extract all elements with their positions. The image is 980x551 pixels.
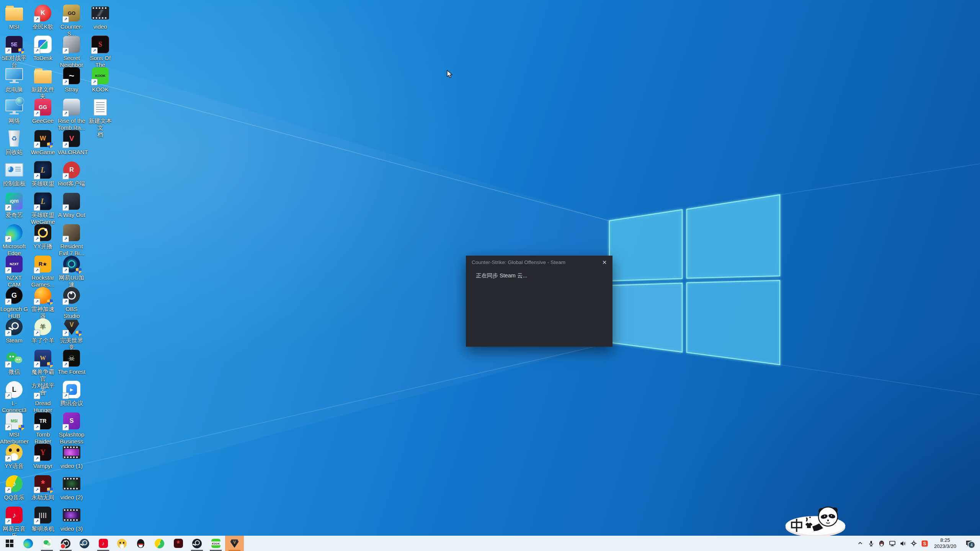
taskbar-button-steam-client[interactable]	[188, 536, 206, 551]
notification-center-button[interactable]: 4	[960, 536, 977, 551]
desktop-icon-resident-evil-7[interactable]: ↗Resident Evil 7 Bi...	[57, 223, 86, 257]
taskbar-button-qq-music[interactable]: ♪	[150, 536, 169, 551]
yang-le-ge-yang-icon: 羊↗	[34, 318, 52, 336]
desktop-icon-league-of-legends[interactable]: L↗英雄联盟	[29, 161, 57, 187]
taskbar-button-steam[interactable]	[75, 536, 94, 551]
taskbar-button-wechat[interactable]	[38, 536, 56, 551]
desktop-icon-netease-cloud-music[interactable]: ♪↗网易云音乐	[0, 506, 28, 539]
desktop-icon-control-panel[interactable]: 控制面板	[0, 161, 28, 187]
desktop-icon-this-pc[interactable]: 此电脑	[0, 67, 28, 93]
desktop-icon-new-text-document[interactable]: 新建文本文 档	[86, 98, 114, 138]
taskbar-button-perfect-world-arena[interactable]: V	[225, 536, 244, 551]
logitech-g-hub-icon: G↗	[5, 286, 23, 305]
wechat-icon	[42, 538, 52, 548]
desktop-icon-yy-voice[interactable]: ↗YY语音	[0, 443, 28, 469]
desktop-icon-the-forest[interactable]: ☠↗The Forest	[57, 349, 86, 375]
close-icon[interactable]: ✕	[600, 258, 609, 267]
desktop-icon-riot-client[interactable]: R↗Riot客户端	[57, 161, 86, 187]
desktop-icon-video-2[interactable]: video (2)	[57, 474, 86, 501]
desktop-icon-label: 黎明杀机	[29, 525, 57, 532]
qq-icon[interactable]	[876, 536, 887, 551]
sogou-ime-panda-widget[interactable]	[782, 504, 851, 537]
desktop-icon-geegee[interactable]: GG↗GeeGee	[29, 98, 57, 124]
sogou-icon[interactable]: S	[919, 536, 930, 551]
desktop-icon-quanmin-karaoke[interactable]: K↗全民K歌	[29, 4, 57, 30]
taskbar-button-obs-recording[interactable]	[56, 536, 75, 551]
shortcut-arrow-icon: ↗	[34, 236, 40, 242]
desktop-icon-kook[interactable]: KOOK↗KOOK	[86, 67, 114, 93]
desktop-icon-leishen-accelerator[interactable]: ↗雷神加速器	[29, 286, 57, 320]
desktop-icon-yang-le-ge-yang[interactable]: 羊↗羊了个羊	[29, 318, 57, 344]
desktop-icon-msi-folder[interactable]: MSI	[0, 4, 28, 30]
desktop-icon-nzxt-cam[interactable]: NZXT↗NZXT CAM	[0, 255, 28, 288]
desktop-icon-microsoft-edge[interactable]: ↗Microsoft Edge	[0, 223, 28, 257]
uac-shield-icon	[76, 268, 82, 274]
desktop-icon-a-way-out[interactable]: ↗A Way Out	[57, 192, 86, 218]
desktop-icon-rise-of-the-tomb-raider[interactable]: ↗Rise of the Tomb Ra...	[57, 98, 86, 131]
shortcut-arrow-icon: ↗	[34, 455, 40, 462]
taskbar-button-qq[interactable]	[131, 536, 150, 551]
hidden-icons-chevron-icon[interactable]	[855, 536, 866, 551]
shortcut-arrow-icon: ↗	[5, 361, 11, 368]
edge-icon	[23, 539, 33, 548]
desktop-icon-recycle-bin[interactable]: ♻回收站	[0, 129, 28, 156]
desktop-icon-iqiyi[interactable]: iQIYI↗爱奇艺	[0, 192, 28, 218]
taskbar-clock[interactable]: 8:25 2023/3/20	[930, 537, 960, 549]
start-button[interactable]	[0, 536, 19, 551]
desktop-icon-yy-live[interactable]: ↗YY开播	[29, 223, 57, 250]
perfect-world-icon: V	[230, 539, 239, 548]
desktop-icon-valorant[interactable]: V↗VALORANT	[57, 129, 86, 156]
netease-uu-icon: ↗	[62, 255, 81, 273]
desktop-icon-label: video (2)	[57, 494, 86, 501]
shortcut-arrow-icon: ↗	[34, 173, 40, 179]
shortcut-arrow-icon: ↗	[62, 16, 69, 23]
desktop-icon-vampyr[interactable]: Y↗Vampyr	[29, 443, 57, 469]
desktop-icon-wegame[interactable]: W↗WeGame	[29, 129, 57, 156]
desktop-icon-obs-studio[interactable]: ↗OBS Studio	[57, 286, 86, 320]
geegee-icon: GG↗	[34, 98, 52, 116]
shortcut-arrow-icon: ↗	[62, 110, 69, 117]
taskbar-button-netease-cloud-music[interactable]: ♪	[94, 536, 113, 551]
iqiyi-icon: iQIYI↗	[5, 192, 23, 210]
qq-music-icon: ♪↗	[5, 474, 23, 493]
desktop-icon-dead-by-daylight[interactable]: ||||↗黎明杀机	[29, 506, 57, 532]
desktop-icon-steam[interactable]: ↗Steam	[0, 318, 28, 344]
desktop-icon-new-folder[interactable]: 新建文件夹	[29, 67, 57, 100]
desktop-icon-l-connect3[interactable]: L↗L-Connect3	[0, 380, 28, 414]
desktop-icon-stray[interactable]: ~↗Stray	[57, 67, 86, 93]
volume-icon[interactable]	[898, 536, 908, 551]
desktop-icon-tomb-raider[interactable]: TR↗Tomb Raider	[29, 412, 57, 445]
desktop-icon-qq-music[interactable]: ♪↗QQ音乐	[0, 474, 28, 501]
shortcut-arrow-icon: ↗	[91, 47, 98, 54]
desktop-icon-label: 回收站	[0, 149, 28, 156]
desktop-icon-wechat[interactable]: ↗微信	[0, 349, 28, 375]
desktop-icon-rockstar-games[interactable]: R★↗Rockstar Games...	[29, 255, 57, 288]
taskbar-button-yy-voice[interactable]	[113, 536, 131, 551]
desktop-icon-tencent-meeting[interactable]: ▶↗腾讯会议	[57, 380, 86, 407]
desktop-icon-logitech-g-hub[interactable]: G↗Logitech G HUB	[0, 286, 28, 320]
shortcut-arrow-icon: ↗	[34, 424, 40, 430]
desktop-icon-label: 控制面板	[0, 180, 28, 187]
desktop-icon-video-1[interactable]: video (1)	[57, 443, 86, 469]
new-text-document-icon	[91, 98, 109, 116]
shortcut-arrow-icon: ↗	[62, 47, 69, 54]
desktop-icon-network[interactable]: 网络	[0, 98, 28, 124]
input-indicator-icon[interactable]	[908, 536, 919, 551]
todesk-icon: ↗	[34, 35, 52, 54]
network-icon[interactable]	[887, 536, 898, 551]
nzxt-cam-icon: NZXT↗	[5, 255, 23, 273]
desktop-icon-todesk[interactable]: ↗ToDesk	[29, 35, 57, 62]
desktop-icon-msi-afterburner[interactable]: MSI↗MSI Afterburner	[0, 412, 28, 445]
taskbar-button-kook[interactable]: KOOK	[206, 536, 225, 551]
desktop-icon-video[interactable]: video	[86, 4, 114, 30]
desktop-icon-dread-hunger[interactable]: ⚓↗Dread Hunger	[29, 380, 57, 414]
desktop-icon-secret-neighbor[interactable]: ↗Secret Neighbor	[57, 35, 86, 68]
taskbar-button-edge[interactable]	[19, 536, 38, 551]
desktop-icon-naraka[interactable]: *↗永劫无间	[29, 474, 57, 501]
desktop-icon-splashtop-business[interactable]: S↗Splashtop Business	[57, 412, 86, 445]
desktop-icon-label: ToDesk	[29, 55, 57, 62]
desktop-icon-5e-arena[interactable]: 5E↗5E对战平台	[0, 35, 28, 68]
microphone-icon[interactable]	[866, 536, 876, 551]
taskbar-button-naraka[interactable]: *	[169, 536, 188, 551]
desktop-icon-video-3[interactable]: video (3)	[57, 506, 86, 532]
